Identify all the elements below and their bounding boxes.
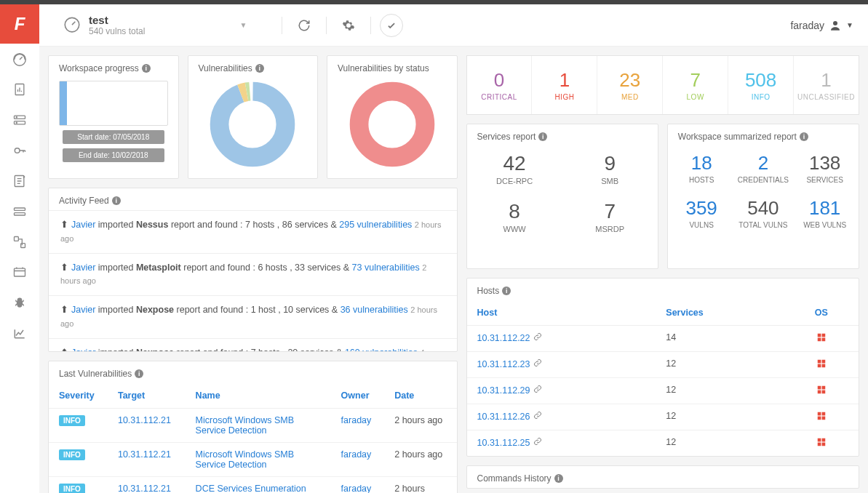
feed-vulns-link[interactable]: 73 vulnerabilities [352,262,420,273]
summary-item[interactable]: 18HOSTS [671,152,733,184]
panel-title: Hosts [477,286,500,296]
info-icon[interactable]: i [255,64,264,73]
refresh-button[interactable] [291,12,317,39]
nav-vulns-icon[interactable] [0,288,39,318]
owner-link[interactable]: faraday [341,449,372,460]
host-link[interactable]: 10.31.112.22 [477,333,530,343]
svg-point-6 [15,148,20,153]
stat-low[interactable]: 7LOW [663,56,728,114]
nav-status-icon[interactable] [0,166,39,196]
service-item: 8WWW [467,200,562,233]
col-host[interactable]: Host [467,300,656,326]
feed-user-link[interactable]: Javier [71,220,95,230]
col-name[interactable]: Name [186,383,331,409]
vulnerabilities-donut-chart [209,81,296,168]
col-owner[interactable]: Owner [331,383,385,409]
svg-rect-29 [818,390,821,394]
feed-user-link[interactable]: Javier [71,262,95,273]
col-target[interactable]: Target [108,383,186,409]
summary-item[interactable]: 2CREDENTIALS [733,152,795,184]
svg-rect-25 [818,364,821,368]
app-logo[interactable]: F [0,4,39,44]
svg-point-13 [65,17,79,32]
summary-item[interactable]: 181WEB VULNS [794,197,856,229]
svg-rect-12 [15,268,25,276]
stat-critical[interactable]: 0CRITICAL [467,56,533,114]
table-row: 10.31.112.2512 [467,430,859,457]
stat-high[interactable]: 1HIGH [532,56,597,114]
panel-title: Vulnerabilities by status [338,63,429,73]
services-cell: 12 [656,430,784,457]
upload-icon: ⬆ [60,348,68,352]
feed-vulns-link[interactable]: 295 vulnerabilities [339,220,412,230]
info-icon[interactable]: i [502,286,511,295]
chevron-down-icon: ▼ [239,21,247,29]
nav-report-icon[interactable] [0,74,39,105]
host-link[interactable]: 10.31.112.26 [477,412,530,422]
vuln-name-link[interactable]: Microsoft Windows SMB Service Detection [196,449,294,470]
owner-link[interactable]: faraday [341,415,372,425]
nav-tasks-icon[interactable] [0,196,39,227]
info-icon[interactable]: i [554,474,563,483]
user-menu[interactable]: faraday ▼ [790,19,853,32]
feed-vulns-link[interactable]: 160 vulnerabilities [345,348,418,352]
host-link[interactable]: 10.31.112.23 [477,359,530,369]
stat-med[interactable]: 23MED [597,56,663,114]
stat-info[interactable]: 508INFO [728,56,794,114]
table-row: 10.31.112.2912 [467,378,859,404]
svg-rect-22 [821,338,825,342]
link-icon [533,412,542,422]
host-link[interactable]: 10.31.112.25 [477,438,530,448]
col-severity[interactable]: Severity [49,383,108,409]
hosts-panel: Hosts i Host Services OS 10.31.112.22141… [466,278,859,457]
upload-icon: ⬆ [60,305,68,315]
info-icon[interactable]: i [800,132,808,141]
workspace-name: test [89,14,145,26]
host-link[interactable]: 10.31.112.29 [477,385,530,396]
target-link[interactable]: 10.31.112.21 [118,415,171,425]
windows-icon [816,332,827,342]
workspace-summary-panel: Workspace summarized report i 18HOSTS2CR… [667,124,859,269]
gauge-icon [63,15,81,36]
workspace-subtitle: 540 vulns total [89,26,145,36]
severity-badge: INFO [59,484,85,493]
svg-rect-24 [821,360,825,364]
nav-analytics-icon[interactable] [0,318,39,349]
services-report-panel: Services report i 42DCE-RPC9SMB8WWW7MSRD… [466,124,658,269]
user-icon [829,19,842,32]
nav-workflow-icon[interactable] [0,227,39,257]
nav-credentials-icon[interactable] [0,135,39,166]
col-services[interactable]: Services [656,300,784,326]
target-link[interactable]: 10.31.112.21 [118,449,171,460]
owner-link[interactable]: faraday [341,484,372,493]
nav-executive-icon[interactable] [0,257,39,288]
svg-rect-32 [821,412,825,416]
feed-user-link[interactable]: Javier [71,305,95,315]
confirm-button[interactable] [380,14,403,37]
hosts-table: Host Services OS 10.31.112.221410.31.112… [467,300,859,456]
col-date[interactable]: Date [384,383,456,409]
nav-dashboard-icon[interactable] [0,44,39,74]
table-row: 10.31.112.2612 [467,404,859,430]
vuln-name-link[interactable]: DCE Services Enumeration [196,484,306,493]
feed-item: ⬆Javier imported Metasploit report and f… [49,253,457,296]
col-os[interactable]: OS [784,300,859,326]
end-date-pill: End date: 10/02/2018 [63,148,164,162]
vulnerabilities-status-panel: Vulnerabilities by status [327,55,458,179]
feed-vulns-link[interactable]: 36 vulnerabilities [341,305,408,315]
settings-button[interactable] [335,12,362,39]
svg-rect-26 [821,364,825,368]
nav-hosts-icon[interactable] [0,105,39,135]
vuln-name-link[interactable]: Microsoft Windows SMB Service Detection [196,415,294,436]
info-icon[interactable]: i [112,196,121,205]
status-donut-chart [349,81,436,168]
info-icon[interactable]: i [142,64,151,73]
info-icon[interactable]: i [538,132,547,141]
workspace-selector[interactable]: test 540 vulns total ▼ [54,11,255,39]
feed-user-link[interactable]: Javier [71,348,95,352]
panel-title: Vulnerabilities [199,63,252,73]
info-icon[interactable]: i [135,369,143,378]
target-link[interactable]: 10.31.112.21 [118,484,171,493]
summary-item[interactable]: 359VULNS [671,197,733,229]
stat-unclassified[interactable]: 1UNCLASSIFIED [794,56,859,114]
